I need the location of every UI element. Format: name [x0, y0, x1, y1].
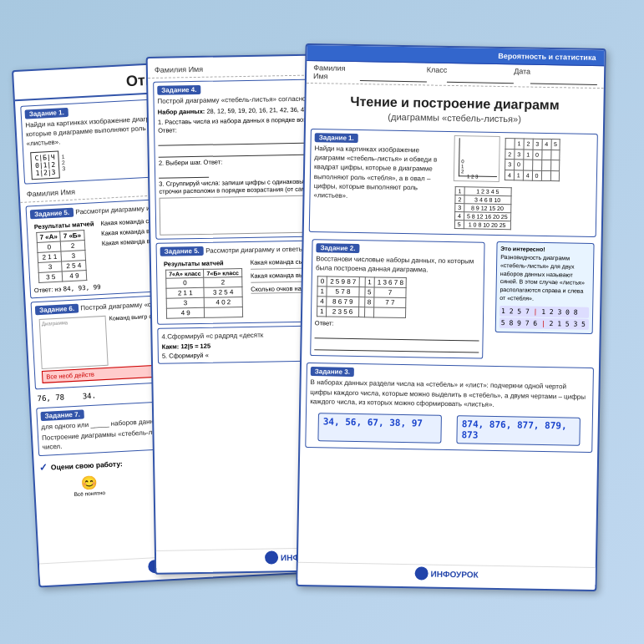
- front-answer-line1: [315, 329, 479, 342]
- front-task2: Задание 2. Восстанови числовые наборы да…: [310, 239, 484, 359]
- front-date-label: Дата: [514, 67, 530, 84]
- results-table: 7 «А» 7 «Б» 02 2 1 13 32 5 4 3 54 9: [36, 230, 87, 283]
- checkmark-icon: ✓: [39, 462, 48, 474]
- front-card: Вероятность и статистика Фамилия Имя Кла…: [296, 43, 606, 591]
- stem-leaf-img1: С|Б|Ч 0|1|2 1|2|3: [30, 150, 60, 180]
- results-header: Результаты матчей: [34, 220, 94, 231]
- front-stem-example1: 1 2 5 7 | 1 2 3 0 8: [499, 306, 589, 318]
- front-axis-diagram: 012 1 2 3: [454, 135, 500, 182]
- back-task6-label: Задание 6.: [35, 303, 79, 315]
- front-footer: ИНФОУРОК: [297, 562, 595, 585]
- front-task3: Задание 3. В наборах данных раздели числ…: [305, 363, 594, 453]
- front-interesting-box: Это интересно! Разновидность диаграмм «с…: [495, 241, 595, 334]
- front-num-grid1: 12345 2310 30 4140: [505, 138, 560, 181]
- mid-results-header: Результаты матчей: [164, 259, 244, 268]
- front-task2-answer: Ответ:: [314, 320, 479, 353]
- front-header-right: Вероятность и статистика: [310, 48, 601, 62]
- back-chart-area: Диаграмма: [39, 315, 109, 368]
- front-numbers-set2: 874, 876, 877, 879, 873: [456, 415, 581, 446]
- front-num-grid2: 11 2 3 4 5 23 4 6 8 10 38 9 12 15 20 45 …: [454, 186, 511, 230]
- front-task2-label: Задание 2.: [316, 243, 359, 253]
- front-interesting-text: Разновидность диаграмм «стебель-листья» …: [499, 253, 590, 304]
- front-answer-line2: [314, 341, 479, 353]
- front-task1-text: Найди на картинках изображение диаграмм …: [313, 144, 450, 202]
- mid-results-table: 7«А» класс 7«Б» класс 02 2 1 13 2 5 4 34…: [165, 268, 243, 319]
- back-name-label: Фамилия Имя: [27, 187, 76, 199]
- mid-task5-label: Задание 5.: [160, 246, 204, 256]
- front-task2-text: Восстанови числовые наборы данных, по ко…: [316, 254, 480, 276]
- front-task2-row: Задание 2. Восстанови числовые наборы да…: [302, 236, 601, 365]
- back-task5-label: Задание 5.: [30, 207, 74, 219]
- front-interesting-title: Это интересно!: [500, 246, 590, 253]
- smiley-happy: 😊: [73, 474, 104, 491]
- front-class-label: Класс: [426, 65, 447, 82]
- mid-infourok-icon: [265, 550, 278, 564]
- front-task2-diagram: 02 5 9 8 711 3 6 7 8 15 7 857 48 6 7 987…: [317, 276, 407, 319]
- front-name-label: Фамилия Имя: [313, 63, 360, 81]
- front-infourok-text: ИНФОУРОК: [430, 569, 478, 579]
- front-set1-numbers: 34, 56, 67, 38, 97: [323, 416, 437, 428]
- front-task1: Задание 1. Найди на картинках изображени…: [309, 129, 598, 237]
- front-name-row: Фамилия Имя Класс Дата: [307, 61, 604, 89]
- front-stem-example2: 5 8 9 7 6 | 2 1 5 3 5: [499, 317, 589, 330]
- front-date-value: [530, 68, 597, 85]
- back-task7-label: Задание 7.: [40, 409, 84, 421]
- front-numbers-set1: 34, 56, 67, 38, 97: [317, 413, 442, 444]
- front-class-value: [447, 66, 514, 84]
- mid-task4-label: Задание 4.: [157, 85, 200, 95]
- back-task1-label: Задание 1.: [25, 108, 69, 119]
- front-name-value: [359, 64, 426, 82]
- front-set2-numbers: 874, 876, 877, 879, 873: [461, 418, 575, 442]
- mid-name-label: Фамилия Имя: [155, 65, 203, 75]
- front-infourok-icon: [414, 566, 428, 580]
- mid-dataset-label: Набор данных:: [158, 108, 205, 116]
- mid-step2-answer-line: [159, 168, 209, 179]
- front-task3-label: Задание 3.: [311, 367, 354, 377]
- front-task3-text: В наборах данных раздели числа на «стебе…: [310, 378, 590, 410]
- front-task1-label: Задание 1.: [315, 133, 358, 143]
- page-container: Ответы Задание 1. Найди на картинках изо…: [0, 0, 644, 644]
